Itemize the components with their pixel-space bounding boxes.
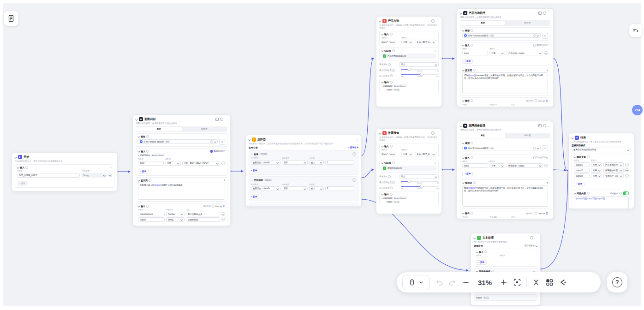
- var-name-input[interactable]: BOT_USER_INPUT: [17, 173, 80, 178]
- tab-batch[interactable]: 批处理: [182, 127, 227, 131]
- add-param-button[interactable]: + 新增: [462, 59, 473, 64]
- output-desc-input[interactable]: 请描述变量的用途: [511, 107, 543, 107]
- more-icon[interactable]: …: [548, 125, 551, 126]
- output-desc-input[interactable]: 用户问题的分类: [186, 212, 220, 216]
- ref-var-select[interactable]: 意图识别 - classific: [251, 186, 280, 191]
- more-icon[interactable]: …: [436, 133, 439, 134]
- panel-toggle-button[interactable]: [629, 24, 642, 37]
- zoom-in-icon[interactable]: [500, 278, 508, 286]
- setting-icon[interactable]: [543, 12, 546, 15]
- node-product-kb[interactable]: ≡ 产品咨询 … 在选定的知识中，根据输入变量召回最匹配的信息，并以列表形式返回…: [376, 16, 442, 107]
- output-type-select[interactable]: Number: [166, 212, 185, 216]
- output-name-input[interactable]: output: [462, 107, 488, 107]
- add-kb-icon[interactable]: +: [435, 49, 436, 52]
- remove-row-icon[interactable]: [625, 163, 629, 167]
- test-run-icon[interactable]: [538, 12, 542, 15]
- add-condition-button[interactable]: + 新增: [251, 169, 257, 172]
- json-format-icon[interactable]: { }: [546, 100, 548, 102]
- param-name-input[interactable]: input: [462, 51, 488, 55]
- output-desc-input[interactable]: 分类的原因: [186, 217, 220, 222]
- setting-icon[interactable]: [543, 124, 546, 127]
- node-intent[interactable]: ◆ 意图识别 … 调用大语言模型，使用变量和提示词生成回复 单次 批处理 模型 …: [132, 114, 231, 226]
- undo-icon[interactable]: [435, 278, 443, 286]
- prompt-library-icon[interactable]: ≡: [547, 182, 548, 184]
- model-select[interactable]: 豆包·Function call模型 32K: [462, 146, 541, 150]
- value-input[interactable]: 2: [325, 186, 354, 191]
- tab-batch[interactable]: 批处理: [505, 21, 550, 25]
- ref-mode-select[interactable]: 引用: [489, 163, 505, 168]
- add-param-button[interactable]: + 新增: [476, 260, 487, 265]
- bot-history-checkbox[interactable]: [533, 156, 536, 159]
- min-match-slider[interactable]: 0.01Default0.99: [401, 74, 439, 78]
- stream-output-toggle[interactable]: [623, 191, 629, 195]
- param-name-input[interactable]: input: [462, 163, 488, 168]
- node-product-llm[interactable]: ◆ 产品咨询处理 … 调用大语言模型，使用变量和提示词生成回复 单次 批处理 模…: [457, 8, 554, 107]
- add-kb-icon[interactable]: +: [435, 161, 436, 164]
- drag-handle-icon[interactable]: : :: [251, 179, 253, 181]
- bot-history-checkbox[interactable]: [533, 44, 536, 47]
- test-run-icon[interactable]: [215, 118, 219, 121]
- section-chevron-icon[interactable]: [137, 205, 140, 208]
- setting-icon[interactable]: [530, 236, 533, 239]
- help-button[interactable]: ?: [607, 272, 627, 292]
- more-icon[interactable]: …: [548, 13, 551, 14]
- prompt-library-icon[interactable]: ≡: [224, 179, 225, 181]
- search-strategy-select[interactable]: 语义: [399, 62, 439, 67]
- ref-value-select[interactable]: 产品咨询处理: [603, 162, 624, 167]
- output-format-value[interactable]: Json: [538, 212, 542, 215]
- ref-value-select[interactable]: 故障报修 - output: [507, 163, 543, 168]
- collapse-chevron-icon[interactable]: [379, 132, 382, 135]
- search-strategy-select[interactable]: 语义: [399, 174, 439, 179]
- model-config-icon[interactable]: ≡: [219, 139, 225, 145]
- add-condition-button[interactable]: + 新增: [251, 195, 257, 198]
- collapse-chevron-icon[interactable]: [473, 237, 476, 239]
- remove-row-icon[interactable]: [221, 161, 225, 165]
- drag-handle-icon[interactable]: : :: [251, 153, 253, 155]
- ref-value-select[interactable]: 开始 - BOT_USER: [415, 152, 436, 156]
- collapse-all-icon[interactable]: [532, 278, 540, 286]
- model-config-icon[interactable]: ≡: [542, 145, 548, 151]
- add-output-button[interactable]: + 新增: [138, 226, 149, 226]
- stepper-icon[interactable]: :: [356, 161, 357, 164]
- prompt-textarea[interactable]: 提取{{input}}中answer字段，如果没有此字段，则直接返回“对不起，这…: [462, 185, 548, 207]
- node-panel-icon[interactable]: [545, 278, 554, 286]
- model-select[interactable]: 豆包·Function call模型 32K: [138, 139, 218, 144]
- remove-row-icon[interactable]: [625, 168, 629, 172]
- more-icon[interactable]: …: [535, 238, 538, 238]
- more-icon[interactable]: …: [225, 119, 228, 120]
- redo-icon[interactable]: [448, 278, 457, 286]
- param-name-input[interactable]: input: [138, 161, 164, 166]
- ref-value-select[interactable]: 文本处理 - ou: [603, 173, 624, 178]
- stepper-icon[interactable]: :: [356, 187, 357, 190]
- remove-row-icon[interactable]: [544, 51, 548, 55]
- output-var-name[interactable]: output3: [574, 173, 590, 178]
- kb-item[interactable]: ≡ 产品使用咨询知识库: [382, 54, 436, 59]
- tab-single[interactable]: 单次: [136, 127, 182, 131]
- remove-branch-icon[interactable]: [352, 152, 356, 156]
- tab-batch[interactable]: 批处理: [505, 133, 550, 138]
- output-name-input[interactable]: classificationId: [138, 212, 165, 216]
- min-match-slider[interactable]: 0.01Default0.99: [401, 186, 439, 190]
- zoom-out-icon[interactable]: [462, 278, 470, 286]
- ref-value-select[interactable]: 开始 - BOT_USER_INPUT: [182, 161, 220, 166]
- max-recall-slider[interactable]: 1Default10: [401, 181, 439, 185]
- collapse-chevron-icon[interactable]: [14, 156, 17, 159]
- node-fault-kb[interactable]: ≡ 故障报修 … 在选定的知识中，根据输入变量召回最匹配的信息，并以列表形式返回…: [376, 128, 442, 214]
- node-selector[interactable]: Y 选择器 … 连接多个下游分支，若设定的条件成立则仅运行对应的分支，若均不成立…: [245, 135, 362, 207]
- ref-var-select[interactable]: 意图识别 - classific: [251, 160, 280, 165]
- add-branch-button[interactable]: + 新增分支: [348, 146, 358, 149]
- remove-row-icon[interactable]: [221, 212, 225, 216]
- collapse-chevron-icon[interactable]: [248, 138, 251, 141]
- section-chevron-icon[interactable]: [17, 166, 19, 169]
- node-text-proc[interactable]: T 文本处理 … 用于处理多个字符串类型变量的格式 选择应用 字符串拼接 输入 …: [471, 233, 541, 305]
- app-select[interactable]: 字符串拼接: [525, 244, 538, 247]
- answer-content-textarea[interactable]: {{output1}}{{output2}}{{output3}}: [574, 196, 629, 209]
- prompt-library-icon[interactable]: ≡: [547, 69, 548, 72]
- add-variable-button[interactable]: + 新增: [17, 181, 28, 186]
- ref-value-select[interactable]: 开始 - BOT_USER: [415, 40, 436, 44]
- output-format-value[interactable]: Json: [538, 100, 542, 102]
- ref-value-select[interactable]: 故障报修处理: [603, 168, 624, 173]
- remove-row-icon[interactable]: [544, 164, 548, 167]
- fit-view-icon[interactable]: [513, 278, 521, 286]
- json-format-icon[interactable]: { }: [223, 205, 225, 207]
